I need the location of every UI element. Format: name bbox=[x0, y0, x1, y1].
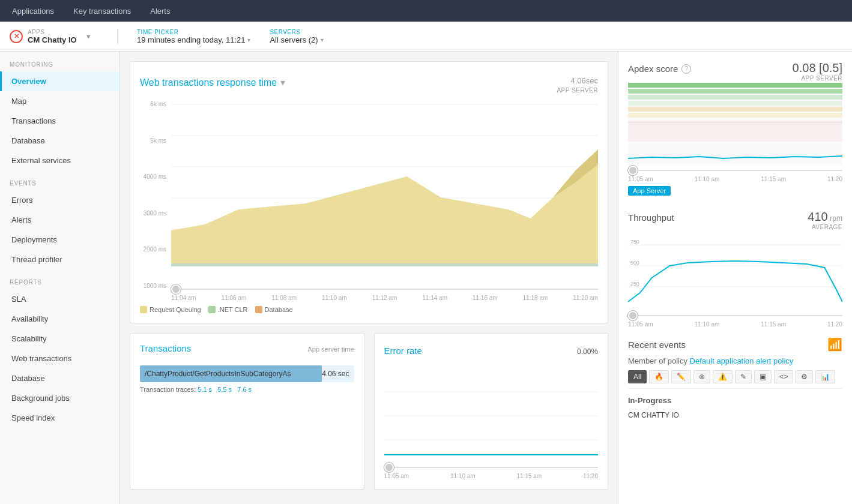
throughput-title: Throughput bbox=[628, 212, 674, 223]
slider-track bbox=[171, 289, 598, 290]
apdex-app-server-badge: App Server bbox=[628, 186, 671, 196]
servers-selector[interactable]: SERVERS All servers (2) ▾ bbox=[270, 29, 323, 44]
time-picker[interactable]: TIME PICKER 19 minutes ending today, 11:… bbox=[137, 29, 250, 44]
y-axis: 6k ms 5k ms 4000 ms 3000 ms 2000 ms 1000… bbox=[140, 98, 171, 301]
servers-value: All servers (2) ▾ bbox=[270, 35, 323, 44]
error-chart-slider bbox=[384, 467, 599, 468]
right-panel: Apdex score ? 0.08 [0.5] APP SERVER bbox=[618, 52, 852, 504]
filter-chart[interactable]: 📊 bbox=[815, 370, 835, 383]
x-axis-labels: 11:04 am 11:06 am 11:08 am 11:10 am 11:1… bbox=[171, 292, 598, 301]
policy-link[interactable]: Default application alert policy bbox=[690, 356, 794, 365]
apdex-header: Apdex score ? 0.08 [0.5] APP SERVER bbox=[628, 61, 842, 82]
apdex-slider-track bbox=[628, 170, 842, 171]
sidebar-item-database[interactable]: Database bbox=[0, 131, 119, 151]
svg-text:750: 750 bbox=[630, 239, 639, 245]
in-progress-section: In-Progress CM CHATTY IO bbox=[628, 388, 842, 422]
legend-dot-request-queuing bbox=[140, 306, 147, 313]
apps-label: APPS bbox=[28, 29, 77, 35]
sidebar-item-deployments[interactable]: Deployments bbox=[0, 230, 119, 250]
apdex-x-3: 11:20 bbox=[827, 176, 842, 182]
throughput-section: Throughput 410 rpm AVERAGE 750 500 250 bbox=[628, 210, 842, 328]
main-chart-title: Web transactions response time ▾ bbox=[140, 77, 285, 88]
y-label-2k: 2000 ms bbox=[140, 246, 166, 253]
trace-link-2[interactable]: 5.5 s bbox=[217, 386, 232, 393]
svg-rect-15 bbox=[628, 95, 842, 100]
app-warning-icon: ✕ bbox=[10, 30, 23, 43]
web-transactions-chart-card: Web transactions response time ▾ 4.06sec… bbox=[130, 61, 608, 323]
x-label-7: 11:18 am bbox=[523, 295, 548, 301]
sidebar-item-external-services[interactable]: External services bbox=[0, 151, 119, 170]
error-slider-handle[interactable] bbox=[384, 463, 394, 472]
filter-pencil[interactable]: ✎ bbox=[735, 370, 752, 383]
transaction-bar: /ChattyProduct/GetProductsInSubCategoryA… bbox=[140, 365, 354, 382]
svg-marker-6 bbox=[171, 164, 598, 266]
svg-rect-16 bbox=[628, 101, 842, 106]
filter-code[interactable]: <> bbox=[774, 370, 793, 383]
sidebar-item-transactions[interactable]: Transactions bbox=[0, 111, 119, 131]
apdex-score-value: 0.08 [0.5] bbox=[793, 61, 842, 75]
sidebar-item-web-transactions[interactable]: Web transactions bbox=[0, 349, 119, 368]
main-content: Web transactions response time ▾ 4.06sec… bbox=[120, 52, 618, 504]
legend-request-queuing: Request Queuing bbox=[140, 306, 201, 313]
sidebar-item-overview[interactable]: Overview bbox=[0, 71, 119, 91]
apdex-x-1: 11:10 am bbox=[695, 176, 720, 182]
slider-handle[interactable] bbox=[171, 284, 181, 294]
x-label-1: 11:06 am bbox=[222, 295, 247, 301]
apdex-info-icon[interactable]: ? bbox=[681, 64, 691, 74]
nav-alerts[interactable]: Alerts bbox=[148, 2, 172, 20]
sidebar-item-scalability[interactable]: Scalability bbox=[0, 329, 119, 349]
trace-link-1[interactable]: 5.1 s bbox=[198, 386, 212, 393]
filter-fire[interactable]: 🔥 bbox=[649, 370, 669, 383]
trace-link-3[interactable]: 7.6 s bbox=[237, 386, 252, 393]
main-chart-legend: Request Queuing .NET CLR Database bbox=[140, 306, 598, 313]
sidebar-item-availability[interactable]: Availability bbox=[0, 309, 119, 329]
throughput-value: 410 bbox=[808, 210, 827, 223]
error-x-1: 11:10 am bbox=[450, 473, 476, 479]
app-selector[interactable]: ✕ APPS CM Chatty IO ▾ bbox=[10, 29, 118, 44]
svg-rect-13 bbox=[628, 83, 842, 88]
main-chart-svg-wrapper: 11:04 am 11:06 am 11:08 am 11:10 am 11:1… bbox=[171, 98, 598, 301]
filter-circle-x[interactable]: ⊗ bbox=[693, 370, 710, 383]
legend-database: Database bbox=[255, 306, 293, 313]
apdex-x-axis: 11:05 am 11:10 am 11:15 am 11:20 bbox=[628, 173, 842, 182]
filter-warning[interactable]: ⚠️ bbox=[713, 370, 733, 383]
sidebar-item-alerts[interactable]: Alerts bbox=[0, 210, 119, 230]
in-progress-item: CM CHATTY IO bbox=[628, 409, 842, 422]
sidebar-item-speed-index[interactable]: Speed index bbox=[0, 408, 119, 428]
filter-screen[interactable]: ▣ bbox=[754, 370, 772, 383]
recent-events-title: Recent events bbox=[628, 340, 686, 350]
events-filter-bar: All 🔥 ✏️ ⊗ ⚠️ ✎ ▣ <> ⚙ 📊 bbox=[628, 370, 842, 383]
svg-rect-17 bbox=[628, 107, 842, 112]
sidebar-item-database-report[interactable]: Database bbox=[0, 368, 119, 388]
filter-edit[interactable]: ✏️ bbox=[671, 370, 691, 383]
x-label-6: 11:16 am bbox=[473, 295, 498, 301]
throughput-x-0: 11:05 am bbox=[628, 321, 653, 328]
svg-rect-19 bbox=[628, 121, 842, 142]
nav-applications[interactable]: Applications bbox=[10, 2, 56, 20]
transaction-name[interactable]: /ChattyProduct/GetProductsInSubCategoryA… bbox=[145, 370, 322, 378]
main-chart-value-block: 4.06sec APP SERVER bbox=[557, 71, 598, 94]
throughput-x-2: 11:15 am bbox=[761, 321, 786, 328]
chart-title-chevron-icon[interactable]: ▾ bbox=[280, 77, 285, 88]
throughput-slider-handle[interactable] bbox=[628, 311, 638, 320]
filter-gear[interactable]: ⚙ bbox=[796, 370, 813, 383]
apdex-slider-handle[interactable] bbox=[628, 166, 638, 175]
in-progress-title: In-Progress bbox=[628, 396, 842, 405]
recent-events-header: Recent events 📶 bbox=[628, 337, 842, 352]
sidebar-item-background-jobs[interactable]: Background jobs bbox=[0, 388, 119, 408]
x-label-3: 11:10 am bbox=[322, 295, 347, 301]
error-x-3: 11:20 bbox=[583, 473, 598, 479]
main-chart-area: 6k ms 5k ms 4000 ms 3000 ms 2000 ms 1000… bbox=[140, 98, 598, 301]
nav-key-transactions[interactable]: Key transactions bbox=[71, 2, 133, 20]
y-label-6k: 6k ms bbox=[140, 101, 166, 107]
error-rate-title: Error rate bbox=[384, 346, 422, 356]
filter-all[interactable]: All bbox=[628, 370, 647, 383]
sidebar-item-sla[interactable]: SLA bbox=[0, 289, 119, 309]
x-label-0: 11:04 am bbox=[171, 295, 196, 301]
time-picker-value: 19 minutes ending today, 11:21 ▾ bbox=[137, 35, 250, 44]
sidebar-item-errors[interactable]: Errors bbox=[0, 190, 119, 210]
throughput-unit: rpm bbox=[830, 214, 842, 223]
sidebar-item-map[interactable]: Map bbox=[0, 91, 119, 111]
sidebar-item-thread-profiler[interactable]: Thread profiler bbox=[0, 250, 119, 269]
time-picker-chevron-icon: ▾ bbox=[247, 37, 250, 43]
